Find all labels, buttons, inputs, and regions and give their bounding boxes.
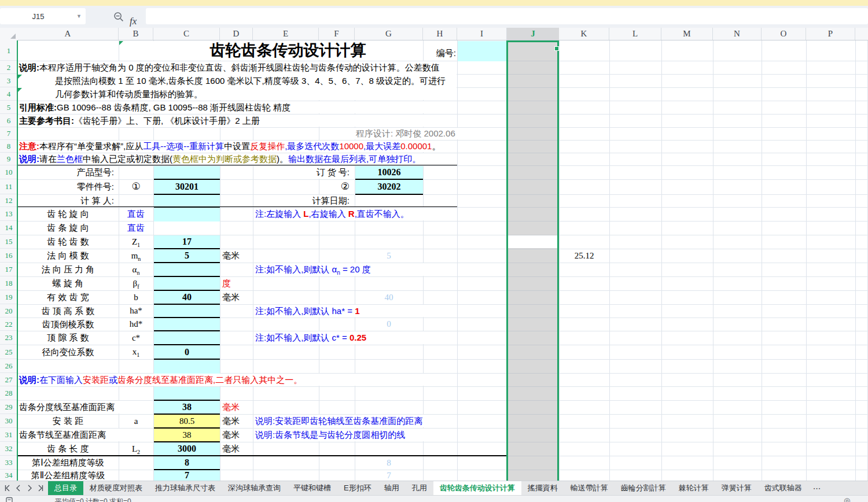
tab-nav-first-sheet-icon[interactable] xyxy=(3,483,12,493)
column-header-J[interactable]: J xyxy=(507,28,559,40)
cell-G10[interactable]: 10026 xyxy=(355,166,423,180)
cell-B-r25[interactable]: x1 xyxy=(119,345,153,359)
cell-B-r23[interactable]: c* xyxy=(119,331,153,345)
cell-B-r15[interactable]: Z1 xyxy=(119,235,153,249)
row-header-27[interactable]: 27 xyxy=(0,373,17,386)
cell-AC-r22[interactable]: 齿顶倒棱系数 xyxy=(17,318,119,331)
sheet-tab-0[interactable]: 总目录 xyxy=(48,481,83,495)
column-header-P[interactable]: P xyxy=(806,28,855,40)
cell-E-r30[interactable]: 说明:安装距即齿轮轴线至齿条基准面的距离 xyxy=(255,414,568,428)
row-header-4[interactable]: 4 xyxy=(0,87,17,101)
row-header-22[interactable]: 22 xyxy=(0,318,17,331)
cell-B-r19[interactable]: b xyxy=(119,290,153,304)
cell-D-r19[interactable]: 毫米 xyxy=(222,290,286,304)
sheet-tab-10[interactable]: 輸送帶計算 xyxy=(564,481,615,495)
cell-AC-r17[interactable]: 法 向 压 力 角 xyxy=(17,263,119,276)
cell-C11[interactable]: 30201 xyxy=(154,180,220,195)
sheet-tab-8[interactable]: 齿轮齿条传动设计计算 xyxy=(433,481,521,495)
cell-text-r27[interactable]: 说明:在下面输入安装距或齿条分度线至基准面距离,二者只输入其中之一。 xyxy=(19,373,851,386)
cell-AC-r33[interactable]: 第Ⅰ公差组精度等级 xyxy=(17,456,119,470)
cell-C19[interactable]: 40 xyxy=(154,291,220,305)
row-header-28[interactable]: 28 xyxy=(0,386,17,400)
cell-B-r14[interactable]: 直齿 xyxy=(119,221,153,235)
row-header-29[interactable]: 29 xyxy=(0,400,17,414)
cell-B-r30[interactable]: a xyxy=(119,414,153,428)
cell-FR-r10[interactable]: 订 货 号: xyxy=(253,165,352,179)
cell-I1[interactable] xyxy=(458,41,507,61)
cell-B-r20[interactable]: ha* xyxy=(119,304,153,318)
selection-fill-handle[interactable] xyxy=(554,46,559,51)
sheet-tab-13[interactable]: 弹簧计算 xyxy=(715,481,758,495)
cell-C31[interactable]: 38 xyxy=(154,429,220,442)
active-cell-J15[interactable] xyxy=(508,235,557,248)
column-header-E[interactable]: E xyxy=(253,28,319,40)
cell-AR-r11[interactable]: 零件件号: xyxy=(17,179,116,194)
column-header-C[interactable]: C xyxy=(153,28,220,40)
cell-AC-r18[interactable]: 螺 旋 角 xyxy=(17,276,119,290)
cell-C29[interactable]: 38 xyxy=(154,401,220,415)
cell-AC-r14[interactable]: 齿 条 旋 向 xyxy=(17,221,119,235)
row-header-20[interactable]: 20 xyxy=(0,304,17,318)
sheet-tab-3[interactable]: 深沟球轴承查询 xyxy=(222,481,287,495)
sheet-tab-7[interactable]: 孔用 xyxy=(406,481,433,495)
row-header-15[interactable]: 15 xyxy=(0,235,17,249)
row-header-31[interactable]: 31 xyxy=(0,428,17,442)
cell-text-r6[interactable]: 主要参考书目:《齿轮手册》上、下册, 《机床设计手册》2 上册 xyxy=(19,114,851,127)
column-header-I[interactable]: I xyxy=(457,28,507,40)
column-header-F[interactable]: F xyxy=(319,28,355,40)
cell-D-r29[interactable]: 毫米 xyxy=(222,400,286,414)
row-header-32[interactable]: 32 xyxy=(0,442,17,456)
cell-K16[interactable]: 25.12 xyxy=(559,249,609,263)
cell-E-r17[interactable]: 注:如不输入,则默认 αn = 20 度 xyxy=(255,263,568,276)
doc-number-label[interactable]: 编号: xyxy=(347,45,456,61)
cell-B-r17[interactable]: αn xyxy=(119,263,153,276)
name-box[interactable]: J15 ▼ xyxy=(0,8,86,24)
column-header-N[interactable]: N xyxy=(713,28,762,40)
row-header-12[interactable]: 12 xyxy=(0,194,17,207)
cell-text-r9[interactable]: 说明:请在兰色框中输入已定或初定数据(黄色框中为判断或参考数据)。输出数据在最后… xyxy=(19,153,851,165)
sheet-tab-11[interactable]: 齒輪分割計算 xyxy=(615,481,672,495)
cell-E-r31[interactable]: 说明:齿条节线是与齿轮分度圆相切的线 xyxy=(255,428,568,442)
cell-C34[interactable]: 7 xyxy=(154,470,220,482)
cell-C28[interactable] xyxy=(154,387,220,401)
cell-FR-r12[interactable]: 计算日期: xyxy=(253,194,352,207)
row-header-6[interactable]: 6 xyxy=(0,114,17,127)
cell-C20[interactable] xyxy=(154,305,220,318)
cell-E-r13[interactable]: 注:左旋输入 L,右旋输入 R,直齿不输入。 xyxy=(255,207,568,221)
cell-AC-r23[interactable]: 顶 隙 系 数 xyxy=(17,331,119,345)
name-box-dropdown-icon[interactable]: ▼ xyxy=(76,13,86,19)
row-header-34[interactable]: 34 xyxy=(0,470,17,481)
column-header-L[interactable]: L xyxy=(609,28,661,40)
row-header-8[interactable]: 8 xyxy=(0,140,17,153)
cell-C23[interactable] xyxy=(154,331,220,345)
cell-C17[interactable] xyxy=(154,263,220,277)
cell-text-r2[interactable]: 说明:本程序适用于轴交角为 0 度的变位和非变位直齿、斜齿渐开线圆柱齿轮与齿条传… xyxy=(19,61,851,74)
sheet-tab-12[interactable]: 棘轮计算 xyxy=(672,481,715,495)
sheet-tab-9[interactable]: 搖擺資料 xyxy=(521,481,564,495)
cell-C26[interactable] xyxy=(154,360,220,374)
row-header-23[interactable]: 23 xyxy=(0,331,17,345)
column-header-M[interactable]: M xyxy=(661,28,713,40)
sheet-tab-6[interactable]: 轴用 xyxy=(378,481,406,495)
cell-AL-r31[interactable]: 齿条节线至基准面距离 xyxy=(19,428,158,442)
column-header-G[interactable]: G xyxy=(355,28,423,40)
cell-text-r7[interactable]: 程序设计: 邓时俊 2002.06 xyxy=(356,127,851,140)
cell-G16[interactable]: 5 xyxy=(355,249,423,263)
cell-D-r18[interactable]: 度 xyxy=(222,276,286,290)
cell-B-r18[interactable]: βf xyxy=(119,276,153,290)
cell-B-r11[interactable]: ① xyxy=(119,179,153,194)
column-header-D[interactable]: D xyxy=(220,28,253,40)
column-header-B[interactable]: B xyxy=(119,28,153,40)
cell-D-r16[interactable]: 毫米 xyxy=(222,249,286,263)
cell-E-r23[interactable]: 注:如不输入,则默认 c* = 0.25 xyxy=(255,331,568,345)
selection-mode-icon[interactable] xyxy=(6,497,13,502)
cell-AL-r29[interactable]: 齿条分度线至基准面距离 xyxy=(19,400,158,414)
row-header-10[interactable]: 10 xyxy=(0,165,17,179)
cell-text-r3[interactable]: 是按照法向模数 1 至 10 毫米,齿条长度 1600 毫米以下,精度等级 3、… xyxy=(55,74,851,87)
cell-text-r5[interactable]: 引用标准:GB 10096--88 齿条精度, GB 10095--88 渐开线… xyxy=(19,101,851,114)
row-header-19[interactable]: 19 xyxy=(0,290,17,304)
status-view-icons[interactable]: ◎ ⊞ xyxy=(844,496,868,502)
cell-E-r20[interactable]: 注:如不输入,则默认 ha* = 1 xyxy=(255,304,568,318)
cell-B-r16[interactable]: mn xyxy=(119,249,153,263)
cell-C10[interactable] xyxy=(154,166,220,180)
